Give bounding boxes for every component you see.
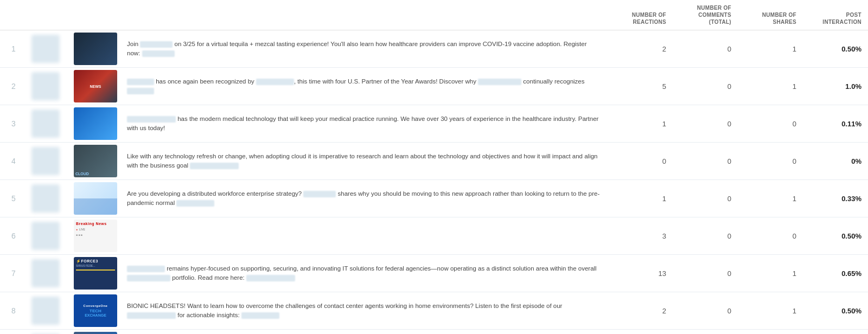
- comments-value: 0: [673, 255, 738, 292]
- interaction-value: 0.80%: [803, 330, 868, 335]
- rank-cell: 5: [0, 180, 27, 217]
- avatar-cell: [27, 292, 71, 330]
- table-row: 9 On this #InternationalWomensDay we rec…: [0, 330, 868, 335]
- rank-cell: 4: [0, 143, 27, 180]
- thumbnail-cell: [71, 105, 120, 143]
- thumbnail-cell: [71, 180, 120, 217]
- avatar-cell: [27, 143, 71, 180]
- rank-cell: 8: [0, 292, 27, 330]
- post-text: has the modern medical technology that w…: [127, 115, 598, 131]
- table-body: 1 Join on 3/25 for a virtual tequila + m…: [0, 30, 868, 335]
- comments-value: 0: [673, 105, 738, 143]
- post-text: Are you developing a distributed workfor…: [127, 190, 599, 206]
- rank-cell: 1: [0, 30, 27, 68]
- interaction-value: 0.50%: [803, 217, 868, 255]
- rank-cell: 6: [0, 217, 27, 255]
- post-text: BIONIC HEADSETS! Want to learn how to ov…: [127, 303, 562, 318]
- reactions-value: 2: [608, 292, 673, 330]
- thumbnail-cell: CLOUD: [71, 143, 120, 180]
- table-row: 5 Are you developing a distributed workf…: [0, 180, 868, 217]
- shares-value: 0: [738, 217, 803, 255]
- avatar-cell: [27, 330, 71, 335]
- thumbnail-cell: [71, 30, 120, 68]
- reactions-value: 3: [608, 217, 673, 255]
- reactions-value: 0: [608, 143, 673, 180]
- table-row: 6 Breaking News ● LIVE ■ ■ ■ 3 0 0 0.50%: [0, 217, 868, 255]
- post-text: has once again been recognized by , this…: [127, 78, 585, 94]
- shares-value: 1: [738, 30, 803, 68]
- comments-value: 0: [673, 292, 738, 330]
- interaction-value: 0%: [803, 143, 868, 180]
- content-cell: has the modern medical technology that w…: [120, 105, 608, 143]
- reactions-header: NUMBER OF REACTIONS: [608, 0, 673, 30]
- reactions-value: 5: [608, 68, 673, 105]
- avatar-cell: [27, 30, 71, 68]
- shares-value: 1: [738, 180, 803, 217]
- content-cell: Like with any technology refresh or chan…: [120, 143, 608, 180]
- avatar-cell: [27, 217, 71, 255]
- post-text: Join on 3/25 for a virtual tequila + mez…: [127, 41, 587, 56]
- content-cell: Are you developing a distributed workfor…: [120, 180, 608, 217]
- shares-value: 0: [738, 105, 803, 143]
- reactions-value: 1: [608, 180, 673, 217]
- avatar-cell: [27, 180, 71, 217]
- shares-value: 0: [738, 143, 803, 180]
- table-row: 2 NEWS has once again been recognized by…: [0, 68, 868, 105]
- interaction-value: 0.33%: [803, 180, 868, 217]
- interaction-value: 1.0%: [803, 68, 868, 105]
- content-header: [120, 0, 608, 30]
- rank-header: [0, 0, 27, 30]
- interaction-value: 0.50%: [803, 292, 868, 330]
- shares-value: 1: [738, 255, 803, 292]
- content-cell: On this #InternationalWomensDay we recog…: [120, 330, 608, 335]
- content-cell: BIONIC HEADSETS! Want to learn how to ov…: [120, 292, 608, 330]
- rank-cell: 7: [0, 255, 27, 292]
- posts-table: NUMBER OF REACTIONS NUMBER OF COMMENTS (…: [0, 0, 868, 334]
- shares-value: 1: [738, 292, 803, 330]
- interaction-header: POST INTERACTION: [803, 0, 868, 30]
- interaction-value: 0.11%: [803, 105, 868, 143]
- comments-value: 0: [673, 68, 738, 105]
- thumbnail-cell: ConvergeOne TECH EXCHANGE: [71, 292, 120, 330]
- avatar-cell: [27, 255, 71, 292]
- interaction-value: 0.65%: [803, 255, 868, 292]
- avatar-header: [27, 0, 71, 30]
- content-cell: [120, 217, 608, 255]
- main-table-container: NUMBER OF REACTIONS NUMBER OF COMMENTS (…: [0, 0, 868, 334]
- comments-value: 0: [673, 217, 738, 255]
- rank-cell: 3: [0, 105, 27, 143]
- reactions-value: 2: [608, 30, 673, 68]
- shares-value: 1: [738, 68, 803, 105]
- rank-cell: 9: [0, 330, 27, 335]
- table-row: 1 Join on 3/25 for a virtual tequila + m…: [0, 30, 868, 68]
- reactions-value: 15: [608, 330, 673, 335]
- interaction-value: 0.50%: [803, 30, 868, 68]
- table-row: 8 ConvergeOne TECH EXCHANGE BIONIC HEADS…: [0, 292, 868, 330]
- reactions-value: 13: [608, 255, 673, 292]
- shares-value: 2: [738, 330, 803, 335]
- rank-cell: 2: [0, 68, 27, 105]
- avatar-cell: [27, 105, 71, 143]
- table-row: 7 ⚡FORCE3 SIRIUS FEDE... remains hyper-f…: [0, 255, 868, 292]
- comments-header: NUMBER OF COMMENTS (TOTAL): [673, 0, 738, 30]
- thumbnail-header: [71, 0, 120, 30]
- content-cell: Join on 3/25 for a virtual tequila + mez…: [120, 30, 608, 68]
- content-cell: has once again been recognized by , this…: [120, 68, 608, 105]
- comments-value: 0: [673, 330, 738, 335]
- thumbnail-cell: Breaking News ● LIVE ■ ■ ■: [71, 217, 120, 255]
- avatar-cell: [27, 68, 71, 105]
- thumbnail-cell: [71, 330, 120, 335]
- shares-header: NUMBER OF SHARES: [738, 0, 803, 30]
- comments-value: 0: [673, 180, 738, 217]
- table-row: 4 CLOUD Like with any technology refresh…: [0, 143, 868, 180]
- post-text: Like with any technology refresh or chan…: [127, 153, 598, 169]
- table-row: 3 has the modern medical technology that…: [0, 105, 868, 143]
- comments-value: 0: [673, 30, 738, 68]
- thumbnail-cell: ⚡FORCE3 SIRIUS FEDE...: [71, 255, 120, 292]
- post-text: remains hyper-focused on supporting, sec…: [127, 265, 597, 281]
- reactions-value: 1: [608, 105, 673, 143]
- comments-value: 0: [673, 143, 738, 180]
- thumbnail-cell: NEWS: [71, 68, 120, 105]
- table-header-row: NUMBER OF REACTIONS NUMBER OF COMMENTS (…: [0, 0, 868, 30]
- content-cell: remains hyper-focused on supporting, sec…: [120, 255, 608, 292]
